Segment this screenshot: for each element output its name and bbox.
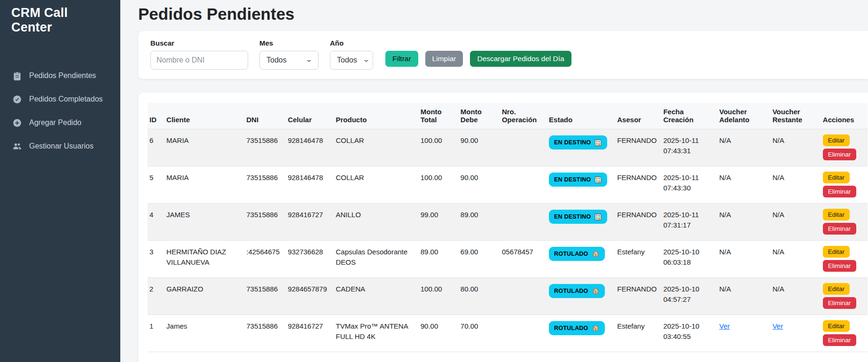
cell-nro_operacion: 05678457 bbox=[502, 241, 549, 278]
cell-celular: 928416727 bbox=[288, 204, 336, 241]
year-select-value: Todos bbox=[337, 56, 357, 64]
column-header-monto_debe: Monto Debe bbox=[461, 103, 502, 129]
delete-button[interactable]: Eliminar bbox=[823, 334, 856, 346]
status-badge-label: EN DESTINO bbox=[554, 175, 591, 184]
cell-estado: ROTULADO bbox=[549, 315, 617, 352]
cell-acciones: EditarEliminar bbox=[823, 315, 868, 352]
sidebar-item-gestionar-usuarios[interactable]: Gestionar Usuarios bbox=[0, 134, 120, 158]
download-orders-button[interactable]: Descargar Pedidos del Día bbox=[470, 51, 571, 67]
cell-monto_total: 100.00 bbox=[421, 129, 461, 166]
year-field-group: Año Todos ⌄ bbox=[330, 39, 373, 70]
edit-button[interactable]: Editar bbox=[823, 134, 850, 146]
table-row: 4JAMES73515886928416727ANILLO99.0089.00E… bbox=[148, 204, 868, 241]
table-row: 2GARRAIZO735158869284657879CADENA100.008… bbox=[148, 278, 868, 315]
column-header-acciones: Acciones bbox=[823, 103, 868, 129]
cell-monto_debe: 69.00 bbox=[461, 241, 502, 278]
cell-cliente: MARIA bbox=[166, 166, 246, 204]
cell-monto_debe: 90.00 bbox=[461, 129, 502, 166]
cell-monto_debe: 70.00 bbox=[461, 315, 502, 352]
clear-button[interactable]: Limpiar bbox=[425, 51, 463, 67]
search-input[interactable] bbox=[150, 51, 248, 70]
cell-voucher_adelanto: N/A bbox=[719, 278, 773, 315]
cell-monto_debe: 90.00 bbox=[461, 166, 502, 204]
building-icon bbox=[594, 213, 602, 221]
cell-fecha_creacion: 2025-10-11 07:43:30 bbox=[663, 166, 719, 204]
sidebar-item-pedidos-pendientes[interactable]: Pedidos Pendientes bbox=[0, 64, 120, 87]
cell-estado: EN DESTINO bbox=[549, 204, 617, 241]
sidebar: CRM Call Center Pedidos PendientesPedido… bbox=[0, 0, 120, 362]
edit-button[interactable]: Editar bbox=[823, 172, 850, 183]
cell-voucher_restante: N/A bbox=[773, 278, 823, 315]
cell-cliente: HERMITAÑO DIAZ VILLANUEVA bbox=[166, 241, 246, 278]
cell-voucher_adelanto: N/A bbox=[719, 241, 773, 278]
cell-producto: Capsulas Desodorante DEOS bbox=[336, 241, 421, 278]
package-icon bbox=[592, 287, 600, 295]
cell-dni: 73515886 bbox=[246, 278, 288, 315]
voucher-adelanto-link[interactable]: Ver bbox=[719, 322, 730, 330]
year-select[interactable]: Todos ⌄ bbox=[330, 51, 373, 70]
cell-asesor: FERNANDO bbox=[617, 278, 663, 315]
column-header-asesor: Asesor bbox=[617, 103, 663, 129]
status-badge-label: ROTULADO bbox=[554, 287, 588, 295]
delete-button[interactable]: Eliminar bbox=[823, 186, 856, 197]
cell-celular: 9284657879 bbox=[288, 278, 336, 315]
status-badge: ROTULADO bbox=[549, 284, 604, 298]
voucher-restante-link[interactable]: Ver bbox=[773, 322, 783, 330]
cell-producto: ANILLO bbox=[336, 204, 421, 241]
cell-acciones: EditarEliminar bbox=[823, 166, 868, 204]
column-header-fecha_creacion: Fecha Creación bbox=[663, 103, 719, 129]
table-row: 6MARIA73515886928146478COLLAR100.0090.00… bbox=[148, 129, 868, 166]
row-actions: EditarEliminar bbox=[823, 246, 864, 272]
cell-asesor: FERNANDO bbox=[617, 166, 663, 204]
delete-button[interactable]: Eliminar bbox=[823, 297, 856, 309]
cell-estado: EN DESTINO bbox=[549, 166, 617, 204]
cell-voucher_adelanto: Ver bbox=[719, 315, 773, 352]
sidebar-item-pedidos-completados[interactable]: Pedidos Completados bbox=[0, 87, 120, 111]
cell-monto_total: 99.00 bbox=[421, 204, 461, 241]
cell-asesor: FERNANDO bbox=[617, 129, 663, 166]
table-row: 3HERMITAÑO DIAZ VILLANUEVA:4256467593273… bbox=[148, 241, 868, 278]
status-badge-label: EN DESTINO bbox=[554, 212, 591, 221]
status-badge: EN DESTINO bbox=[549, 173, 607, 187]
filter-button[interactable]: Filtrar bbox=[385, 51, 418, 67]
cell-estado: ROTULADO bbox=[549, 241, 617, 278]
plus-circle-icon bbox=[12, 118, 22, 127]
edit-button[interactable]: Editar bbox=[823, 209, 850, 220]
orders-table-card: IDClienteDNICelularProductoMonto TotalMo… bbox=[138, 93, 868, 362]
cell-cliente: GARRAIZO bbox=[166, 278, 246, 315]
cell-producto: TVMax Pro™ ANTENA FULL HD 4K bbox=[336, 315, 421, 352]
edit-button[interactable]: Editar bbox=[823, 246, 850, 258]
sidebar-item-agregar-pedido[interactable]: Agregar Pedido bbox=[0, 111, 120, 134]
package-icon bbox=[592, 324, 600, 332]
edit-button[interactable]: Editar bbox=[823, 283, 850, 295]
cell-dni: 73515886 bbox=[246, 204, 288, 241]
delete-button[interactable]: Eliminar bbox=[823, 223, 856, 235]
month-select[interactable]: Todos ⌄ bbox=[259, 51, 319, 70]
sidebar-item-label: Pedidos Completados bbox=[29, 95, 103, 103]
cell-id: 6 bbox=[148, 129, 166, 166]
cell-acciones: EditarEliminar bbox=[823, 278, 868, 315]
building-icon bbox=[594, 176, 602, 184]
cell-monto_debe: 89.00 bbox=[461, 204, 502, 241]
search-label: Buscar bbox=[150, 39, 248, 47]
sidebar-item-label: Gestionar Usuarios bbox=[29, 142, 94, 150]
main-content: Pedidos Pendientes Buscar Mes Todos ⌄ Añ… bbox=[120, 0, 868, 362]
cell-producto: COLLAR bbox=[336, 129, 421, 166]
month-select-value: Todos bbox=[266, 56, 287, 64]
cell-voucher_restante: N/A bbox=[773, 204, 823, 241]
delete-button[interactable]: Eliminar bbox=[823, 260, 856, 272]
sidebar-item-label: Pedidos Pendientes bbox=[29, 71, 96, 80]
cell-producto: COLLAR bbox=[336, 166, 421, 204]
edit-button[interactable]: Editar bbox=[823, 320, 850, 332]
orders-table: IDClienteDNICelularProductoMonto TotalMo… bbox=[148, 103, 868, 352]
table-header-row: IDClienteDNICelularProductoMonto TotalMo… bbox=[148, 103, 868, 129]
status-badge: ROTULADO bbox=[549, 321, 604, 335]
cell-fecha_creacion: 2025-10-11 07:31:17 bbox=[663, 204, 719, 241]
cell-nro_operacion bbox=[502, 166, 549, 204]
table-row: 5MARIA73515886928146478COLLAR100.0090.00… bbox=[148, 166, 868, 204]
year-label: Año bbox=[330, 39, 373, 47]
column-header-dni: DNI bbox=[246, 103, 288, 129]
column-header-estado: Estado bbox=[549, 103, 617, 129]
cell-voucher_restante: N/A bbox=[773, 241, 823, 278]
delete-button[interactable]: Eliminar bbox=[823, 149, 856, 160]
